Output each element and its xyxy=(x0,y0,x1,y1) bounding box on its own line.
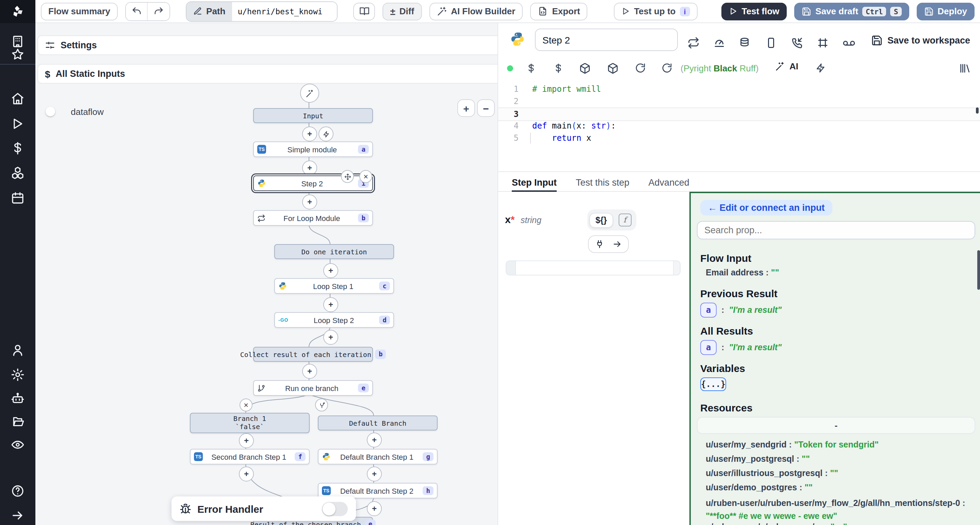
add-step-button[interactable]: + xyxy=(367,501,382,516)
resources-empty-select[interactable]: - xyxy=(697,417,975,434)
suspend-button[interactable] xyxy=(763,35,779,51)
add-variable-button[interactable] xyxy=(523,60,539,76)
previous-result-row[interactable]: a:"I'm a result" xyxy=(700,303,782,317)
timeout-button[interactable] xyxy=(815,35,831,51)
variables-badge[interactable]: {...} xyxy=(700,377,726,391)
error-handler-bar[interactable]: Error Handler xyxy=(172,496,356,521)
node-second-branch-step1[interactable]: TS Second Branch Step 1 f xyxy=(190,449,310,465)
trigger-button[interactable] xyxy=(318,127,334,141)
add-step-button[interactable]: + xyxy=(323,330,338,345)
sidebar-item-folders[interactable] xyxy=(11,415,24,428)
format-button[interactable] xyxy=(659,60,675,76)
remove-branch-button[interactable]: ✕ xyxy=(240,398,253,411)
add-step-button[interactable]: + xyxy=(323,263,338,278)
node-for-loop[interactable]: For Loop Module b xyxy=(253,210,373,226)
node-run-one-branch[interactable]: Run one branch e xyxy=(253,380,373,396)
node-loop-step2[interactable]: -GO Loop Step 2 d xyxy=(274,312,394,328)
node-step2-selected[interactable]: Step 2 i xyxy=(253,176,373,191)
arrow-right-icon[interactable] xyxy=(612,240,622,249)
instant-preview-button[interactable] xyxy=(813,60,829,76)
add-resource-button[interactable] xyxy=(550,60,566,76)
windmill-logo[interactable] xyxy=(0,0,35,23)
add-step-button[interactable]: + xyxy=(367,433,382,447)
node-default-branch-step1[interactable]: Default Branch Step 1 g xyxy=(318,449,438,465)
node-default-branch[interactable]: Default Branch xyxy=(318,416,438,430)
sidebar-item-workers[interactable] xyxy=(11,392,24,405)
sidebar-item-favorites[interactable] xyxy=(11,48,24,61)
add-step-button[interactable]: + xyxy=(302,364,317,379)
diff-button[interactable]: ±Diff xyxy=(382,2,422,20)
add-step-button[interactable]: + xyxy=(323,297,338,312)
export-button[interactable]: Export xyxy=(530,2,587,20)
sidebar-item-help[interactable] xyxy=(11,484,24,498)
redo-button[interactable] xyxy=(148,2,169,20)
resource-row[interactable]: u/user/my_postgresql : "" xyxy=(706,454,810,464)
cache-button[interactable] xyxy=(737,35,753,51)
search-prop-input[interactable] xyxy=(697,221,975,240)
tab-step-input[interactable]: Step Input xyxy=(512,172,557,192)
sidebar-item-resources[interactable] xyxy=(11,166,24,179)
sidebar-item-workspace[interactable] xyxy=(11,35,24,48)
node-input[interactable]: Input xyxy=(253,108,373,123)
sidebar-item-runs[interactable] xyxy=(11,117,24,130)
connect-panel-scrollbar[interactable] xyxy=(977,250,980,290)
move-step-handle[interactable] xyxy=(341,170,354,183)
concurrency-button[interactable] xyxy=(789,35,805,51)
step-name-input[interactable] xyxy=(535,29,678,51)
sidebar-item-users[interactable] xyxy=(11,343,24,357)
all-results-row[interactable]: a:"I'm a result" xyxy=(700,340,782,355)
add-step-button[interactable]: + xyxy=(302,195,317,209)
add-branch-button[interactable] xyxy=(315,398,328,411)
library-button[interactable] xyxy=(956,60,972,76)
sidebar-item-home[interactable] xyxy=(11,92,24,105)
resource-row-clipped[interactable]: u/ruben-user/u/ruben-user/… : "…" xyxy=(706,522,971,525)
resource-row[interactable]: u/user/demo_postgres : "" xyxy=(706,483,813,492)
reload-button[interactable] xyxy=(632,60,649,76)
plug-icon[interactable] xyxy=(595,240,605,249)
sidebar-item-schedules[interactable] xyxy=(11,191,24,205)
delete-step-button[interactable]: ✕ xyxy=(360,170,372,183)
lockfile-button[interactable] xyxy=(605,60,620,76)
save-draft-button[interactable]: Save draftCtrlS xyxy=(794,2,909,20)
error-handler-toggle[interactable] xyxy=(322,501,348,516)
edit-or-connect-pill[interactable]: ← Edit or connect an input xyxy=(700,200,832,216)
flow-input-row[interactable]: Email address : "" xyxy=(706,268,779,278)
prop-value-input[interactable] xyxy=(506,260,681,275)
undo-button[interactable] xyxy=(126,2,148,20)
resource-row[interactable]: u/user/illustrious_postgresql : "" xyxy=(706,469,838,478)
sidebar-item-variables[interactable] xyxy=(11,141,24,155)
deploy-button[interactable]: Deploy xyxy=(916,2,975,20)
node-do-one-iteration[interactable]: Do one iteration xyxy=(274,244,394,259)
add-step-button[interactable]: + xyxy=(239,466,254,482)
result-key-badge[interactable]: a xyxy=(700,303,717,317)
node-simple-module[interactable]: TS Simple module a xyxy=(253,141,373,157)
docs-button[interactable] xyxy=(353,2,375,20)
flow-summary-button[interactable]: Flow summary xyxy=(41,2,118,20)
sidebar-item-audit-logs[interactable] xyxy=(11,438,24,452)
add-step-button[interactable]: + xyxy=(302,160,317,176)
path-input[interactable] xyxy=(232,2,337,21)
function-mode-toggle[interactable]: f xyxy=(618,214,631,227)
resource-row[interactable]: u/ruben-user/u/ruben-user/my_flow_2/g/al… xyxy=(706,497,971,523)
expression-mode-toggle[interactable]: ${} xyxy=(589,213,613,227)
sidebar-collapse[interactable] xyxy=(11,509,24,522)
test-flow-button[interactable]: Test flow xyxy=(721,2,787,20)
resource-row[interactable]: u/user/my_sendgrid : "Token for sendgrid… xyxy=(706,440,878,449)
save-to-workspace-button[interactable]: Save to workspace xyxy=(871,35,970,46)
ai-flow-builder-button[interactable]: AI Flow Builder xyxy=(429,2,523,20)
tab-test-this-step[interactable]: Test this step xyxy=(576,172,630,192)
dependencies-button[interactable] xyxy=(576,60,593,76)
editor-scrollbar[interactable] xyxy=(976,108,978,114)
node-collect-result[interactable]: Collect result of each iteration b xyxy=(253,347,373,362)
test-up-to-button[interactable]: Test up toi xyxy=(614,2,697,20)
add-step-button[interactable]: + xyxy=(367,466,382,482)
retry-button[interactable] xyxy=(685,35,702,51)
add-step-button[interactable]: + xyxy=(239,433,254,448)
result-key-badge[interactable]: a xyxy=(700,340,717,355)
ai-assistant-button[interactable]: AI xyxy=(775,61,798,71)
early-stop-button[interactable] xyxy=(711,35,727,51)
sidebar-item-settings[interactable] xyxy=(11,368,24,382)
mock-button[interactable] xyxy=(840,35,857,51)
node-loop-step1[interactable]: Loop Step 1 c xyxy=(274,278,394,294)
add-step-button[interactable]: + xyxy=(302,127,317,141)
